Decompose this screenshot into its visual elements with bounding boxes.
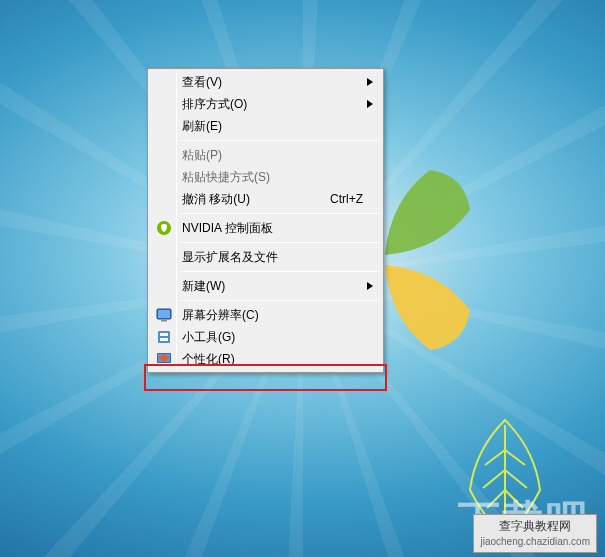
menu-item-view[interactable]: 查看(V) xyxy=(150,71,381,93)
monitor-icon xyxy=(150,307,178,323)
menu-shortcut: Ctrl+Z xyxy=(330,192,381,206)
menu-label: 粘贴(P) xyxy=(178,147,381,164)
menu-label: 小工具(G) xyxy=(178,329,381,346)
submenu-arrow-icon xyxy=(367,97,373,111)
menu-item-paste: 粘贴(P) xyxy=(150,144,381,166)
menu-label: 刷新(E) xyxy=(178,118,381,135)
watermark-url: jiaocheng.chazidian.com xyxy=(480,535,590,548)
menu-item-sort[interactable]: 排序方式(O) xyxy=(150,93,381,115)
menu-label: 撤消 移动(U) xyxy=(178,191,330,208)
menu-separator xyxy=(180,300,379,301)
menu-item-resolution[interactable]: 屏幕分辨率(C) xyxy=(150,304,381,326)
menu-item-nvidia[interactable]: NVIDIA 控制面板 xyxy=(150,217,381,239)
menu-item-refresh[interactable]: 刷新(E) xyxy=(150,115,381,137)
svg-rect-2 xyxy=(158,310,170,318)
desktop-context-menu: 查看(V) 排序方式(O) 刷新(E) 粘贴(P) 粘贴快捷方式(S) 撤消 移… xyxy=(147,68,384,373)
menu-item-new[interactable]: 新建(W) xyxy=(150,275,381,297)
submenu-arrow-icon xyxy=(367,75,373,89)
menu-item-paste-shortcut: 粘贴快捷方式(S) xyxy=(150,166,381,188)
menu-separator xyxy=(180,140,379,141)
menu-item-gadgets[interactable]: 小工具(G) xyxy=(150,326,381,348)
menu-separator xyxy=(180,213,379,214)
menu-separator xyxy=(180,242,379,243)
menu-label: 排序方式(O) xyxy=(178,96,381,113)
svg-rect-6 xyxy=(160,338,168,341)
menu-label: 查看(V) xyxy=(178,74,381,91)
menu-label: 粘贴快捷方式(S) xyxy=(178,169,381,186)
gadget-icon xyxy=(150,329,178,345)
menu-item-personalize[interactable]: 个性化(R) xyxy=(150,348,381,370)
watermark-source: 查字典教程网 jiaocheng.chazidian.com xyxy=(473,514,597,553)
menu-label: 屏幕分辨率(C) xyxy=(178,307,381,324)
menu-label: NVIDIA 控制面板 xyxy=(178,220,381,237)
submenu-arrow-icon xyxy=(367,279,373,293)
personalize-icon xyxy=(150,351,178,367)
menu-item-show-extensions[interactable]: 显示扩展名及文件 xyxy=(150,246,381,268)
menu-label: 显示扩展名及文件 xyxy=(178,249,381,266)
menu-item-undo-move[interactable]: 撤消 移动(U) Ctrl+Z xyxy=(150,188,381,210)
svg-rect-4 xyxy=(158,331,170,343)
menu-label: 个性化(R) xyxy=(178,351,381,368)
menu-label: 新建(W) xyxy=(178,278,381,295)
watermark-title: 查字典教程网 xyxy=(480,519,590,535)
nvidia-icon xyxy=(150,220,178,236)
svg-rect-3 xyxy=(161,320,167,322)
menu-separator xyxy=(180,271,379,272)
svg-rect-5 xyxy=(160,333,168,336)
